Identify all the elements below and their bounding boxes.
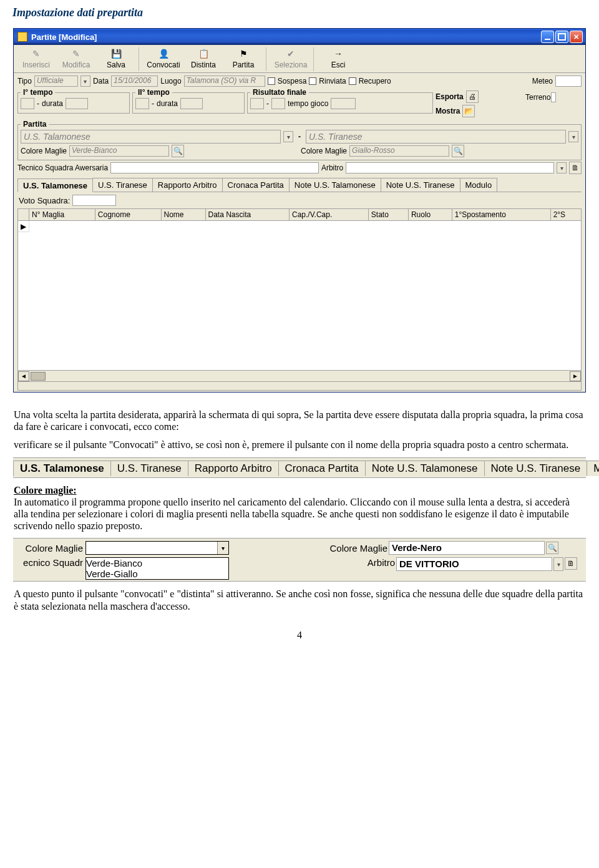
grid-header: N° MagliaCognomeNomeData NascitaCap./V.C… <box>17 208 582 221</box>
tipo-dropdown-icon[interactable]: ▾ <box>80 76 90 87</box>
t1-durata-label: durata <box>42 99 63 108</box>
esporta-button[interactable]: 🖨 <box>466 90 479 103</box>
col-2s[interactable]: 2°S <box>550 209 581 221</box>
chevron-down-icon[interactable]: ▾ <box>217 542 228 554</box>
scroll-right-icon[interactable]: ► <box>570 371 581 381</box>
col-datanascita[interactable]: Data Nascita <box>205 209 290 221</box>
esporta-label: Esporta <box>436 92 464 101</box>
col-nome[interactable]: Nome <box>161 209 205 221</box>
salva-icon: 💾 <box>97 48 135 59</box>
cm-right-lens-icon[interactable]: 🔍 <box>546 542 558 554</box>
close-button[interactable]: ✕ <box>570 31 583 43</box>
t2-durata-label: durata <box>157 99 178 108</box>
tab-4[interactable]: Note U.S. Talamonese <box>289 178 381 192</box>
maximize-button[interactable] <box>555 31 568 43</box>
cm-left-dropdown[interactable]: ▾ <box>85 541 229 555</box>
convocati-button[interactable]: 👤Convocati <box>144 46 183 72</box>
modifica-icon: ✎ <box>57 48 95 59</box>
away-team-dropdown-icon[interactable]: ▾ <box>568 131 578 142</box>
cm-options-list[interactable]: Verde-BiancoVerde-Giallo <box>85 557 229 580</box>
slice-tab-0[interactable]: U.S. Talamonese <box>13 461 111 476</box>
tempo-gioco-field[interactable] <box>331 98 356 109</box>
col-ruolo[interactable]: Ruolo <box>408 209 452 221</box>
slice-tab-6[interactable]: Modulo <box>587 461 599 476</box>
cm-home-lens-icon[interactable]: 🔍 <box>172 145 184 157</box>
meteo-label: Meteo <box>532 77 553 85</box>
paragraph-4: A questo punto il pulsante "convocati" e… <box>14 588 585 612</box>
esci-button[interactable]: →Esci <box>318 46 358 72</box>
slice-tab-1[interactable]: U.S. Tiranese <box>110 461 188 476</box>
distinta-button[interactable]: 📋Distinta <box>183 46 223 72</box>
terreno-field[interactable] <box>551 92 556 102</box>
risultato-legend: Risultato finale <box>250 88 309 97</box>
t2-score-field[interactable] <box>135 98 149 109</box>
away-team-field[interactable]: U.S. Tiranese <box>306 130 566 144</box>
home-team-dropdown-icon[interactable]: ▾ <box>283 131 293 142</box>
voto-field[interactable] <box>72 195 116 206</box>
tab-1[interactable]: U.S. Tiranese <box>92 178 153 192</box>
rinviata-checkbox[interactable] <box>309 77 316 85</box>
arbitro-slice-field[interactable]: DE VITTORIO <box>396 557 552 571</box>
esci-icon: → <box>319 48 358 59</box>
sospesa-checkbox[interactable] <box>268 77 275 85</box>
tecnico-trunc-label: ecnico Squadr <box>14 557 83 568</box>
cm-option[interactable]: Verde-Bianco <box>86 558 228 568</box>
horizontal-scrollbar[interactable]: ◄ ► <box>17 371 582 382</box>
slice-tab-5[interactable]: Note U.S. Tiranese <box>484 461 588 476</box>
cm-away-lens-icon[interactable]: 🔍 <box>452 145 464 157</box>
window-title: Partite [Modifica] <box>31 32 97 42</box>
salva-button[interactable]: 💾Salva <box>96 46 136 72</box>
rf-home-field[interactable] <box>250 98 264 109</box>
recupero-checkbox[interactable] <box>349 77 356 85</box>
slice-tab-4[interactable]: Note U.S. Talamonese <box>365 461 485 476</box>
inserisci-icon: ✎ <box>17 48 56 59</box>
arbitro-slice-label: Arbitro <box>368 557 395 568</box>
page-title: Impostazione dati prepartita <box>12 6 587 19</box>
cm-home-field[interactable]: Verde-Bianco <box>69 145 169 157</box>
page-number: 4 <box>12 630 587 641</box>
tab-3[interactable]: Cronaca Partita <box>222 178 290 192</box>
data-field[interactable]: 15/10/2006 <box>111 76 158 87</box>
cm-right-label: Colore Maglie <box>329 543 387 553</box>
arbitro-new-icon[interactable]: 🗎 <box>569 162 582 174</box>
meteo-field[interactable] <box>555 76 582 87</box>
tab-2[interactable]: Rapporto Arbitro <box>152 178 223 192</box>
luogo-field[interactable]: Talamona (SO) via R <box>184 76 265 87</box>
home-team-field[interactable]: U.S. Talamonese <box>21 130 281 144</box>
cm-home-label: Colore Maglie <box>21 147 67 155</box>
partita-legend: Partita <box>21 120 49 129</box>
paragraph-3: In automatico il programma propone quell… <box>14 497 570 531</box>
tab-5[interactable]: Note U.S. Tiranese <box>381 178 460 192</box>
rf-away-field[interactable] <box>271 98 285 109</box>
toolbar: ✎Inserisci✎Modifica💾Salva👤Convocati📋Dist… <box>14 45 585 73</box>
arbitro-slice-new-icon[interactable]: 🗎 <box>565 557 577 570</box>
t1-durata-field[interactable] <box>66 98 88 109</box>
tecnico-field[interactable] <box>110 162 319 173</box>
col-cognome[interactable]: Cognome <box>95 209 161 221</box>
col-nmaglia[interactable]: N° Maglia <box>29 209 95 221</box>
grid-body[interactable]: ▶ <box>17 221 582 371</box>
arbitro-dropdown-icon[interactable]: ▾ <box>557 162 567 173</box>
arbitro-field[interactable] <box>346 162 554 173</box>
cm-right-field[interactable]: Verde-Nero <box>389 541 545 555</box>
seleziona-icon: ✔ <box>271 48 310 59</box>
col-1spostamento[interactable]: 1°Spostamento <box>452 209 550 221</box>
arbitro-slice-dropdown-icon[interactable]: ▾ <box>553 557 563 571</box>
partita-button[interactable]: ⚑Partita <box>223 46 263 72</box>
t2-durata-field[interactable] <box>180 98 203 109</box>
slice-tab-2[interactable]: Rapporto Arbitro <box>188 461 279 476</box>
col-capvcap[interactable]: Cap./V.Cap. <box>290 209 369 221</box>
col-stato[interactable]: Stato <box>368 209 408 221</box>
cm-away-field[interactable]: Giallo-Rosso <box>349 145 449 157</box>
slice-tab-3[interactable]: Cronaca Partita <box>278 461 366 476</box>
tab-6[interactable]: Modulo <box>460 178 498 192</box>
tempo2-legend: II° tempo <box>135 88 172 97</box>
tab-0[interactable]: U.S. Talamonese <box>17 178 93 192</box>
scroll-thumb[interactable] <box>31 372 46 381</box>
mostra-button[interactable]: 📂 <box>462 105 475 117</box>
t1-score-field[interactable] <box>21 98 34 109</box>
tipo-field[interactable]: Ufficiale <box>34 76 78 87</box>
scroll-left-icon[interactable]: ◄ <box>18 371 29 381</box>
minimize-button[interactable] <box>541 31 554 43</box>
cm-option[interactable]: Verde-Giallo <box>86 568 228 579</box>
